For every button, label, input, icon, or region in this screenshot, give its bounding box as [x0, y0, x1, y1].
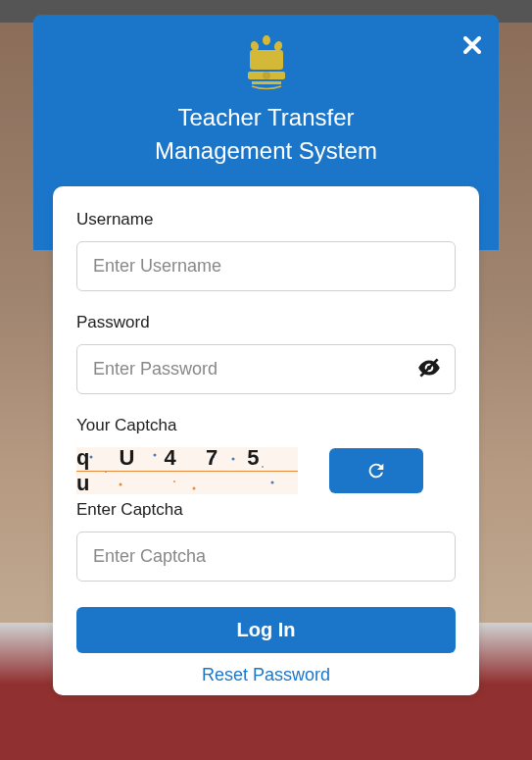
svg-rect-3: [250, 50, 283, 70]
captcha-row: q U 4 7 5 u: [76, 447, 456, 494]
emblem-icon: [242, 32, 291, 93]
username-input[interactable]: [76, 241, 456, 291]
captcha-text: q U 4 7 5 u: [76, 447, 298, 494]
reload-captcha-button[interactable]: [329, 448, 423, 493]
svg-rect-6: [252, 81, 281, 84]
title-line-1: Teacher Transfer: [177, 104, 354, 130]
username-label: Username: [76, 210, 456, 229]
password-group: Password: [76, 313, 456, 394]
title-line-2: Management System: [155, 137, 377, 164]
captcha-input[interactable]: [76, 532, 456, 582]
enter-captcha-label: Enter Captcha: [76, 500, 456, 520]
captcha-label: Your Captcha: [76, 416, 456, 435]
login-modal: Teacher Transfer Management System Usern…: [33, 15, 499, 695]
close-button[interactable]: [463, 32, 481, 58]
password-input[interactable]: [76, 344, 456, 394]
modal-title: Teacher Transfer Management System: [53, 101, 479, 167]
username-group: Username: [76, 210, 456, 291]
password-label: Password: [76, 313, 456, 332]
svg-point-5: [263, 72, 270, 79]
captcha-image: q U 4 7 5 u: [76, 447, 298, 494]
modal-overlay: Teacher Transfer Management System Usern…: [0, 0, 532, 760]
toggle-password-button[interactable]: [416, 355, 442, 384]
login-form: Username Password Your: [53, 186, 479, 695]
svg-point-0: [263, 35, 270, 45]
login-button[interactable]: Log In: [76, 607, 456, 653]
password-wrapper: [76, 344, 456, 394]
reload-icon: [365, 460, 387, 481]
close-icon: [463, 36, 481, 54]
eye-off-icon: [416, 355, 442, 380]
captcha-section: Your Captcha: [76, 416, 456, 582]
reset-password-link[interactable]: Reset Password: [76, 665, 456, 685]
